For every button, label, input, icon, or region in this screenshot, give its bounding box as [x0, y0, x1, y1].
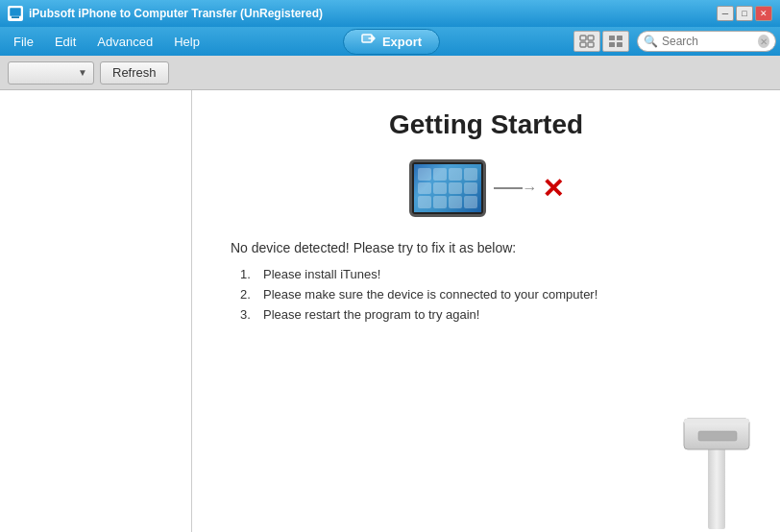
svg-rect-5	[588, 36, 594, 40]
menu-advanced[interactable]: Advanced	[87, 31, 162, 53]
search-icon: 🔍	[644, 35, 658, 48]
window-title: iPubsoft iPhone to Computer Transfer (Un…	[29, 7, 323, 20]
menu-bar: File Edit Advanced Help Export	[0, 27, 780, 56]
title-bar: iPubsoft iPhone to Computer Transfer (Un…	[0, 0, 780, 27]
search-clear-icon[interactable]: ✕	[758, 35, 769, 48]
no-device-text: No device detected! Please try to fix it…	[231, 240, 751, 255]
list-num-1: 1.	[240, 267, 257, 281]
app-icon-2	[433, 168, 447, 181]
arrow-icon: →	[523, 180, 538, 197]
app-icon-1	[418, 168, 431, 181]
device-dropdown[interactable]: ▼	[8, 61, 94, 85]
sidebar	[0, 90, 192, 532]
export-area: Export	[343, 29, 440, 55]
svg-rect-11	[617, 42, 622, 47]
svg-rect-15	[684, 419, 749, 423]
svg-rect-7	[588, 42, 594, 47]
instructions: No device detected! Please try to fix it…	[221, 240, 751, 322]
app-icon-12	[464, 196, 477, 208]
minimize-button[interactable]: ─	[717, 6, 734, 21]
svg-rect-4	[580, 36, 586, 40]
device-icon	[409, 159, 486, 217]
svg-rect-10	[609, 42, 615, 47]
list-item: 2. Please make sure the device is connec…	[240, 287, 751, 302]
app-icon-5	[418, 182, 431, 195]
app-icon-3	[449, 168, 462, 181]
close-button[interactable]: ✕	[755, 6, 772, 21]
refresh-button[interactable]: Refresh	[100, 61, 169, 85]
toolbar-right: 🔍 ✕	[573, 31, 776, 52]
menu-items: File Edit Advanced Help	[4, 31, 209, 53]
main-content: Getting Started	[0, 90, 780, 532]
device-screen	[414, 164, 481, 212]
svg-rect-8	[609, 36, 615, 40]
window-controls: ─ □ ✕	[717, 6, 772, 21]
line	[494, 187, 523, 189]
list-num-3: 3.	[240, 307, 257, 322]
app-icon-8	[464, 182, 477, 195]
toolbar-row: ▼ Refresh	[0, 56, 780, 90]
menu-file[interactable]: File	[4, 31, 43, 53]
title-bar-left: iPubsoft iPhone to Computer Transfer (Un…	[8, 6, 323, 21]
app-icon-9	[418, 196, 431, 208]
svg-rect-9	[617, 36, 622, 40]
maximize-button[interactable]: □	[736, 6, 753, 21]
svg-rect-6	[580, 42, 586, 47]
app-icon	[8, 6, 23, 21]
app-icon-4	[464, 168, 477, 181]
export-button[interactable]: Export	[343, 29, 440, 55]
list-text-3: Please restart the program to try again!	[263, 307, 479, 322]
error-x-icon: ✕	[542, 173, 564, 205]
menu-edit[interactable]: Edit	[45, 31, 85, 53]
list-text-2: Please make sure the device is connected…	[263, 287, 597, 302]
export-icon	[361, 34, 377, 50]
svg-rect-1	[12, 16, 19, 18]
app-icon-7	[449, 182, 462, 195]
page-title: Getting Started	[221, 109, 751, 140]
usb-cable-decoration	[655, 366, 780, 532]
view-toggle	[573, 31, 629, 52]
list-view-button[interactable]	[573, 31, 600, 52]
search-input[interactable]	[662, 35, 758, 48]
app-icon-11	[449, 196, 462, 208]
list-item: 3. Please restart the program to try aga…	[240, 307, 751, 322]
search-box[interactable]: 🔍 ✕	[637, 31, 776, 52]
list-num-2: 2.	[240, 287, 257, 302]
list-item: 1. Please install iTunes!	[240, 267, 751, 281]
menu-help[interactable]: Help	[164, 31, 209, 53]
export-label: Export	[382, 35, 422, 49]
list-text-1: Please install iTunes!	[263, 267, 380, 281]
instruction-list: 1. Please install iTunes! 2. Please make…	[231, 267, 751, 322]
svg-rect-0	[10, 8, 21, 16]
grid-view-button[interactable]	[602, 31, 629, 52]
device-illustration: → ✕	[221, 159, 751, 217]
usb-cable-svg	[655, 366, 780, 529]
app-icon-10	[433, 196, 447, 208]
app-icon-6	[433, 182, 447, 195]
svg-rect-14	[698, 431, 737, 441]
dropdown-arrow-icon: ▼	[78, 67, 87, 78]
connector-line: →	[494, 180, 538, 197]
content-area: Getting Started	[192, 90, 780, 532]
svg-rect-12	[708, 443, 725, 529]
